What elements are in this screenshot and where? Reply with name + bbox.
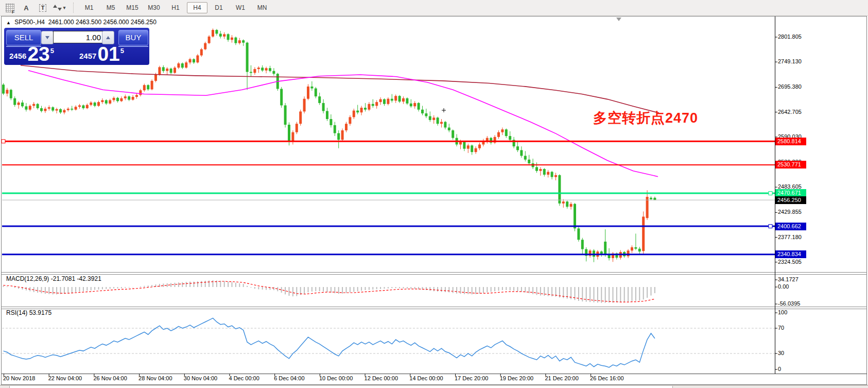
candle-body	[181, 63, 184, 68]
candle-body	[2, 85, 5, 93]
candle-body	[154, 74, 157, 81]
collapse-triangle-icon[interactable]: ▲	[6, 20, 11, 25]
candle-body	[196, 56, 199, 63]
macd-scale-label: 34.1727	[778, 276, 798, 282]
bid-prefix: 2456	[9, 52, 26, 60]
candle-body	[32, 104, 35, 106]
candle-body	[265, 68, 268, 71]
candle-body	[653, 198, 656, 200]
rsi-indicator-label: RSI(14) 53.9175	[6, 309, 51, 316]
candle-body	[398, 96, 401, 102]
candle-body	[120, 98, 123, 101]
candle-body	[75, 107, 77, 109]
candle-body	[577, 228, 580, 240]
candle-body	[86, 105, 89, 108]
candle-body	[105, 100, 108, 103]
volume-input[interactable]	[53, 31, 105, 43]
candle-body	[37, 104, 39, 108]
price-axis-label: 2429.855	[778, 209, 802, 215]
candle-body	[234, 38, 237, 43]
time-axis-label: 21 Dec 20:00	[545, 375, 578, 381]
candle-body	[387, 99, 389, 104]
candle-body	[208, 37, 211, 43]
candle-body	[440, 122, 443, 124]
time-axis-label: 26 Nov 04:00	[93, 375, 127, 381]
candle-body	[310, 87, 313, 89]
candle-body	[459, 142, 462, 144]
candle-body	[303, 99, 306, 112]
candle-body	[6, 90, 8, 93]
rsi-scale-label: 70	[778, 325, 784, 331]
macd-scale-label: 0.00	[778, 283, 789, 290]
candle-body	[337, 133, 340, 140]
rsi-scale-label: 100	[778, 309, 787, 315]
candle-body	[593, 250, 595, 257]
candle-body	[604, 242, 606, 255]
candle-body	[329, 119, 332, 125]
candle-body	[215, 30, 218, 33]
hline-handle[interactable]	[769, 191, 772, 195]
macd-value-2: -42.3921	[77, 275, 101, 282]
price-axis-label: 2324.505	[778, 259, 802, 265]
chart-shift-marker[interactable]	[616, 18, 621, 21]
price-axis-label: 2642.705	[778, 109, 802, 115]
candle-body	[51, 107, 54, 110]
candle-body	[341, 130, 344, 140]
candle-body	[238, 40, 241, 43]
macd-indicator-label: MACD(12,26,9) -21.7081 -42.3921	[6, 275, 101, 282]
candle-body	[429, 116, 431, 120]
candle-body	[463, 142, 465, 149]
buy-button[interactable]: BUY	[118, 30, 148, 45]
candle-body	[368, 104, 370, 110]
time-axis-label: 30 Nov 04:00	[184, 375, 217, 381]
candle-body	[391, 99, 393, 101]
annotation-text[interactable]: 多空转折点2470	[593, 109, 698, 127]
time-axis-label: 19 Dec 20:00	[500, 375, 533, 381]
ask-price[interactable]: 2457 01 5	[79, 45, 124, 63]
candle-body	[471, 145, 473, 152]
candle-body	[212, 30, 214, 37]
candle-body	[307, 87, 309, 99]
candle-body	[200, 49, 203, 56]
candle-body	[497, 132, 500, 137]
candle-body	[288, 125, 290, 142]
candle-body	[437, 117, 439, 124]
candle-body	[581, 240, 584, 249]
candle-body	[113, 98, 115, 100]
candle-body	[627, 250, 630, 256]
candle-body	[425, 113, 427, 116]
rsi-scale-label: 0	[778, 366, 781, 372]
hline-handle[interactable]	[769, 225, 772, 228]
candle-body	[280, 89, 283, 105]
candle-body	[634, 247, 637, 249]
candle-body	[475, 148, 477, 152]
candle-body	[326, 111, 328, 119]
candle-body	[520, 150, 523, 156]
bid-price[interactable]: 2456 23 5	[9, 45, 54, 63]
candle-body	[345, 124, 348, 130]
macd-value-1: -21.7081	[51, 275, 75, 282]
candle-body	[379, 99, 382, 102]
candle-body	[97, 102, 100, 106]
candle-body	[48, 107, 50, 109]
ask-prefix: 2457	[79, 52, 96, 60]
candle-body	[486, 138, 489, 141]
hline-handle[interactable]	[2, 140, 5, 143]
spinner-up-icon	[106, 36, 110, 39]
candle-body	[535, 167, 538, 171]
candle-body	[516, 146, 519, 150]
candle-body	[269, 68, 271, 71]
candle-body	[21, 103, 24, 106]
mt4-window: F A T ▾ M1M5M15M30H1H4D1W1MN ▲ SP500-,H4…	[0, 0, 868, 388]
candle-body	[642, 216, 645, 251]
candle-body	[558, 175, 561, 204]
candle-body	[291, 132, 294, 142]
symbol-timeframe: SP500-,H4	[14, 19, 45, 26]
candle-body	[505, 129, 508, 136]
candle-body	[231, 38, 233, 40]
candle-body	[501, 129, 504, 132]
candle-body	[547, 172, 549, 175]
candle-body	[204, 43, 206, 49]
price-axis-label: 2483.605	[778, 183, 802, 190]
one-click-trading-panel: SELL BUY 2456 23 5 2457 01 5	[4, 28, 149, 65]
